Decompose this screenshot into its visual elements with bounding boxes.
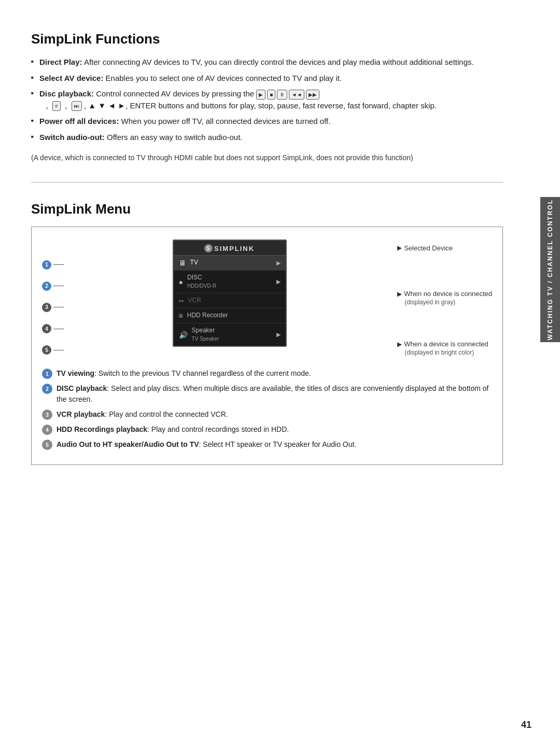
- osd-header: S SimpLink: [174, 241, 286, 256]
- annotation-text-5: When a device is connected: [404, 340, 488, 348]
- osd-vcr-label: VCR: [188, 297, 276, 305]
- feature-text: Control connected AV devices by pressing…: [96, 89, 256, 98]
- legend-text-3: VCR playback: Play and control the conne…: [57, 409, 228, 420]
- legend-item-5: 5 Audio Out to HT speaker/Audio Out to T…: [42, 439, 492, 450]
- connector-1: [53, 264, 64, 265]
- connector-5: [53, 350, 64, 350]
- legend-item-3: 3 VCR playback: Play and control the con…: [42, 409, 492, 420]
- btn-skip: ⏭: [72, 101, 82, 111]
- num-row-3: 3: [42, 303, 64, 312]
- legend-item-1: 1 TV viewing: Switch to the previous TV …: [42, 368, 492, 379]
- osd-tv-label: TV: [190, 259, 272, 267]
- btn-menu: ≡: [52, 101, 61, 111]
- num-badge-4: 4: [42, 324, 51, 333]
- legend-item-4: 4 HDD Recordings playback: Play and cont…: [42, 424, 492, 435]
- feature-text: After connecting AV devices to TV, you c…: [84, 58, 474, 66]
- feature-text: When you power off TV, all connected dev…: [121, 117, 331, 125]
- feature-bold: Select AV device:: [39, 74, 103, 82]
- section1-title: SimpLink Functions: [31, 31, 503, 47]
- osd-header-text: SimpLink: [214, 245, 255, 252]
- num-badge-5: 5: [42, 345, 51, 355]
- section2-title: SimpLink Menu: [31, 201, 503, 217]
- disc-icon: ●: [179, 278, 183, 286]
- annotation-device-connected: ▶ When a device is connected (displayed …: [397, 340, 492, 356]
- arrow-icon-1: ▶: [397, 244, 402, 251]
- main-content: SimpLink Functions Direct Play: After co…: [31, 31, 503, 465]
- annotation-sub-3: (displayed in gray): [397, 299, 492, 306]
- arrow-icon-3: ▶: [397, 290, 402, 298]
- connector-2: [53, 286, 64, 286]
- btn-fwd: ▶▶: [306, 90, 319, 100]
- divider: [31, 182, 503, 182]
- sidebar-tab: WATCHING TV / CHANNEL CONTROL: [540, 197, 560, 342]
- legend-circle-1: 1: [42, 369, 52, 379]
- left-numbers: 1 2 3 4 5: [42, 240, 67, 361]
- connector-3: [53, 307, 64, 307]
- remote-buttons3: ⏭: [72, 101, 82, 111]
- osd-item-speaker: 🔊 SpeakerTV Speaker ▶: [174, 323, 286, 346]
- simplink-osd: S SimpLink 🖥 TV ▶ ● DISCHDD/DVD-R ▶ ▪▪: [173, 240, 287, 347]
- annotation-row-3: ▶ When no device is connected: [397, 290, 492, 298]
- btn-stop: ■: [267, 90, 275, 100]
- legend-text-4: HDD Recordings playback: Play and contro…: [57, 424, 289, 435]
- num-row-5: 5: [42, 345, 64, 355]
- note-text: (A device, which is connected to TV thro…: [31, 152, 503, 163]
- osd-item-hdd: ≡ HDD Recorder: [174, 308, 286, 323]
- btn-play: ▶: [256, 90, 265, 100]
- osd-item-tv: 🖥 TV ▶: [174, 256, 286, 271]
- num-badge-3: 3: [42, 303, 51, 312]
- feature-bold: Power off all devices:: [39, 117, 119, 125]
- spacer-1: [397, 261, 492, 281]
- legend-circle-4: 4: [42, 425, 52, 435]
- diagram-container: 1 2 3 4 5: [42, 240, 492, 361]
- feature-bold: Disc playback:: [39, 89, 94, 98]
- remote-buttons: ▶ ■ ⏸ ◄◄ ▶▶: [256, 90, 319, 100]
- num-badge-1: 1: [42, 260, 51, 270]
- tv-icon: 🖥: [179, 259, 186, 267]
- connector-4: [53, 329, 64, 329]
- feature-text: Enables you to select one of AV devices …: [106, 74, 342, 82]
- disc-extra-text: , ▲ ▼ ◄ ►, ENTER buttons and buttons for…: [84, 101, 437, 110]
- disc-buttons-note2: ,: [63, 101, 69, 110]
- feature-bold: Direct Play:: [39, 58, 82, 66]
- num-row-2: 2: [42, 281, 64, 291]
- vcr-icon: ▪▪: [179, 297, 184, 305]
- osd-speaker-arrow: ▶: [276, 331, 281, 338]
- num-row-4: 4: [42, 324, 64, 333]
- btn-rew: ◄◄: [289, 90, 304, 100]
- legend-text-2: DISC playback: Select and play discs. Wh…: [57, 383, 492, 405]
- list-item: Switch audio-out: Offers an easy way to …: [31, 132, 503, 144]
- annotation-text-1: Selected Device: [404, 244, 453, 252]
- osd-speaker-label: SpeakerTV Speaker: [192, 327, 272, 343]
- osd-item-vcr: ▪▪ VCR: [174, 293, 286, 308]
- annotation-text-3: When no device is connected: [404, 290, 492, 298]
- num-badge-2: 2: [42, 281, 51, 291]
- legend-text-1: TV viewing: Switch to the previous TV ch…: [57, 368, 311, 379]
- remote-buttons2: ≡: [52, 101, 61, 111]
- annotation-no-device: ▶ When no device is connected (displayed…: [397, 290, 492, 306]
- arrow-icon-5: ▶: [397, 341, 402, 348]
- menu-box: 1 2 3 4 5: [31, 227, 503, 465]
- feature-bold: Switch audio-out:: [39, 133, 105, 142]
- sidebar-tab-label: WATCHING TV / CHANNEL CONTROL: [547, 199, 554, 340]
- osd-item-disc: ● DISCHDD/DVD-R ▶: [174, 271, 286, 293]
- disc-buttons-note: ,: [39, 101, 50, 110]
- osd-disc-arrow: ▶: [276, 278, 281, 285]
- osd-tv-arrow: ▶: [276, 260, 281, 266]
- osd-disc-label: DISCHDD/DVD-R: [187, 274, 272, 290]
- right-annotations: ▶ Selected Device ▶ When no device is co…: [392, 240, 492, 361]
- list-item: Disc playback: Control connected AV devi…: [31, 88, 503, 111]
- annotation-row-5: ▶ When a device is connected: [397, 340, 492, 348]
- hdd-icon: ≡: [179, 312, 183, 320]
- legend-circle-3: 3: [42, 410, 52, 420]
- spacer-2: [397, 315, 492, 331]
- feature-list: Direct Play: After connecting AV devices…: [31, 57, 503, 143]
- list-item: Power off all devices: When you power of…: [31, 116, 503, 128]
- feature-text: Offers an easy way to switch audio-out.: [107, 133, 243, 142]
- page-number: 41: [521, 720, 531, 730]
- list-item: Select AV device: Enables you to select …: [31, 73, 503, 85]
- speaker-icon: 🔊: [179, 331, 188, 339]
- osd-hdd-label: HDD Recorder: [187, 312, 281, 320]
- btn-pause: ⏸: [277, 90, 287, 100]
- legend-text-5: Audio Out to HT speaker/Audio Out to TV:…: [57, 439, 356, 450]
